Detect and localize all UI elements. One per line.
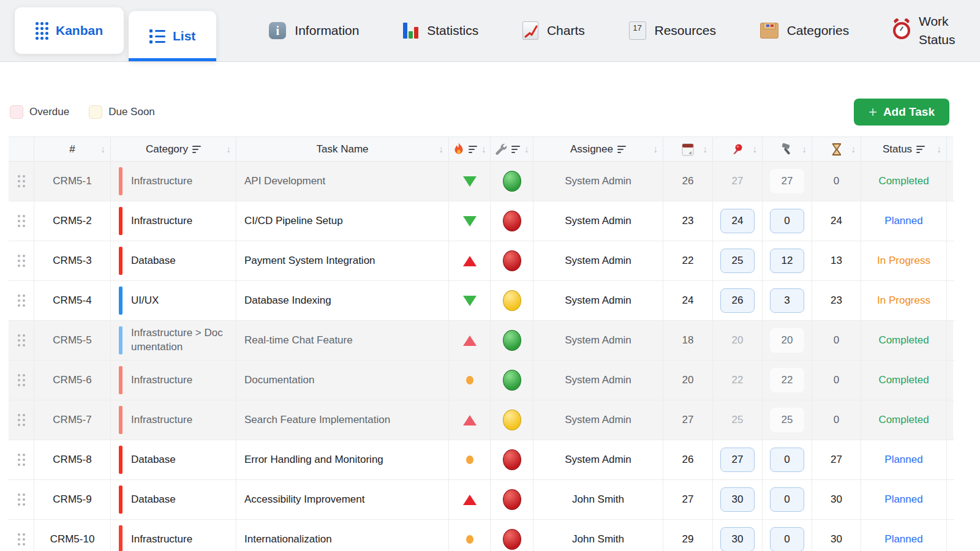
priority-cell[interactable] xyxy=(448,241,490,281)
priority-cell[interactable] xyxy=(448,520,490,551)
planned-input[interactable]: 26 xyxy=(720,288,755,313)
done-cell[interactable]: 0 xyxy=(762,440,812,480)
task-name-cell[interactable]: Internationalization xyxy=(236,520,448,551)
task-name-cell[interactable]: Database Indexing xyxy=(236,281,448,321)
done-cell[interactable]: 0 xyxy=(762,480,812,520)
header-task-name[interactable]: Task Name ↓ xyxy=(236,137,448,162)
category-cell[interactable]: UI/UX xyxy=(110,281,236,321)
priority-cell[interactable] xyxy=(448,440,490,480)
estimate-cell[interactable]: 18 xyxy=(663,321,712,361)
drag-handle-icon[interactable] xyxy=(18,533,25,545)
estimate-cell[interactable]: 23 xyxy=(663,201,712,241)
sort-arrow-icon[interactable]: ↓ xyxy=(226,144,231,155)
planned-cell[interactable]: 22 xyxy=(712,361,762,400)
sort-arrow-icon[interactable]: ↓ xyxy=(802,144,807,155)
priority-cell[interactable] xyxy=(448,480,490,520)
assignee-cell[interactable]: System Admin xyxy=(533,241,663,281)
done-cell[interactable]: 22 xyxy=(762,361,812,400)
done-input[interactable]: 0 xyxy=(770,448,804,472)
drag-handle-icon[interactable] xyxy=(18,374,25,386)
assignee-cell[interactable]: System Admin xyxy=(533,201,663,241)
done-cell[interactable]: 0 xyxy=(762,520,812,551)
sort-arrow-icon[interactable]: ↓ xyxy=(752,144,757,155)
tab-kanban[interactable]: Kanban xyxy=(15,7,124,54)
task-name-cell[interactable]: Error Handling and Monitoring xyxy=(236,440,448,480)
risk-indicator-cell[interactable] xyxy=(490,400,533,440)
tab-statistics[interactable]: Statistics xyxy=(403,23,478,39)
estimate-cell[interactable]: 27 xyxy=(663,480,712,520)
tab-charts[interactable]: Charts xyxy=(522,21,585,40)
sort-arrow-icon[interactable]: ↓ xyxy=(937,144,941,155)
priority-cell[interactable] xyxy=(448,201,490,241)
done-cell[interactable]: 12 xyxy=(762,241,812,281)
priority-cell[interactable] xyxy=(448,162,490,201)
category-cell[interactable]: Infrastructure xyxy=(110,520,236,551)
drag-handle-icon[interactable] xyxy=(18,294,25,307)
risk-indicator-cell[interactable] xyxy=(490,162,533,201)
done-input[interactable]: 22 xyxy=(770,368,804,392)
drag-handle-icon[interactable] xyxy=(18,215,25,227)
task-name-cell[interactable]: Search Feature Implementation xyxy=(236,400,448,440)
estimate-cell[interactable]: 20 xyxy=(663,361,712,400)
header-priority[interactable]: ↓ xyxy=(448,137,490,162)
task-name-cell[interactable]: Payment System Integration xyxy=(236,241,448,281)
assignee-cell[interactable]: System Admin xyxy=(533,281,663,321)
planned-cell[interactable]: 26 xyxy=(712,281,762,321)
planned-cell[interactable]: 25 xyxy=(712,400,762,440)
planned-input[interactable]: 27 xyxy=(720,448,755,472)
done-cell[interactable]: 0 xyxy=(762,201,812,241)
risk-indicator-cell[interactable] xyxy=(490,480,533,520)
estimate-cell[interactable]: 27 xyxy=(663,400,712,440)
header-status[interactable]: Status ↓ xyxy=(861,137,946,162)
priority-cell[interactable] xyxy=(448,361,490,400)
drag-handle-icon[interactable] xyxy=(18,175,25,187)
status-cell[interactable]: Planned xyxy=(861,440,946,480)
category-cell[interactable]: Infrastructure xyxy=(110,162,236,201)
status-cell[interactable]: Planned xyxy=(861,201,946,241)
header-category[interactable]: Category ↓ xyxy=(110,137,236,162)
priority-cell[interactable] xyxy=(448,281,490,321)
assignee-cell[interactable]: System Admin xyxy=(533,361,663,400)
planned-cell[interactable]: 25 xyxy=(712,241,762,281)
estimate-cell[interactable]: 29 xyxy=(663,520,712,551)
assignee-cell[interactable]: System Admin xyxy=(533,440,663,480)
planned-cell[interactable]: 27 xyxy=(712,440,762,480)
category-cell[interactable]: Database xyxy=(110,480,236,520)
status-cell[interactable]: Completed xyxy=(861,162,946,201)
drag-handle-icon[interactable] xyxy=(18,414,25,426)
done-input[interactable]: 27 xyxy=(770,169,804,193)
risk-indicator-cell[interactable] xyxy=(490,201,533,241)
add-task-button[interactable]: + Add Task xyxy=(854,99,949,126)
done-input[interactable]: 0 xyxy=(770,487,804,512)
header-assignee[interactable]: Assignee ↓ xyxy=(533,137,663,162)
drag-handle-icon[interactable] xyxy=(18,454,25,466)
category-cell[interactable]: Infrastructure xyxy=(110,361,236,400)
sort-arrow-icon[interactable]: ↓ xyxy=(851,144,856,155)
done-cell[interactable]: 3 xyxy=(762,281,812,321)
task-name-cell[interactable]: Real-time Chat Feature xyxy=(236,321,448,361)
tab-list[interactable]: List xyxy=(129,11,216,61)
done-cell[interactable]: 20 xyxy=(762,321,812,361)
status-cell[interactable]: In Progress xyxy=(861,241,946,281)
sort-arrow-icon[interactable]: ↓ xyxy=(524,144,529,155)
sort-arrow-icon[interactable]: ↓ xyxy=(100,144,105,155)
assignee-cell[interactable]: System Admin xyxy=(533,321,663,361)
tab-work-status[interactable]: Work Status xyxy=(893,12,964,50)
filter-icon[interactable] xyxy=(469,146,477,153)
filter-icon[interactable] xyxy=(192,146,201,153)
category-cell[interactable]: Infrastructure xyxy=(110,400,236,440)
planned-cell[interactable]: 30 xyxy=(712,520,762,551)
done-cell[interactable]: 27 xyxy=(762,162,812,201)
assignee-cell[interactable]: System Admin xyxy=(533,400,663,440)
estimate-cell[interactable]: 22 xyxy=(663,241,712,281)
filter-icon[interactable] xyxy=(916,146,925,153)
task-name-cell[interactable]: API Development xyxy=(236,162,448,201)
task-name-cell[interactable]: Accessibility Improvement xyxy=(236,480,448,520)
status-cell[interactable]: Completed xyxy=(861,361,946,400)
done-input[interactable]: 0 xyxy=(770,527,804,551)
priority-cell[interactable] xyxy=(448,400,490,440)
category-cell[interactable]: Database xyxy=(110,440,236,480)
risk-indicator-cell[interactable] xyxy=(490,361,533,400)
status-cell[interactable]: Completed xyxy=(861,321,946,361)
risk-indicator-cell[interactable] xyxy=(490,241,533,281)
